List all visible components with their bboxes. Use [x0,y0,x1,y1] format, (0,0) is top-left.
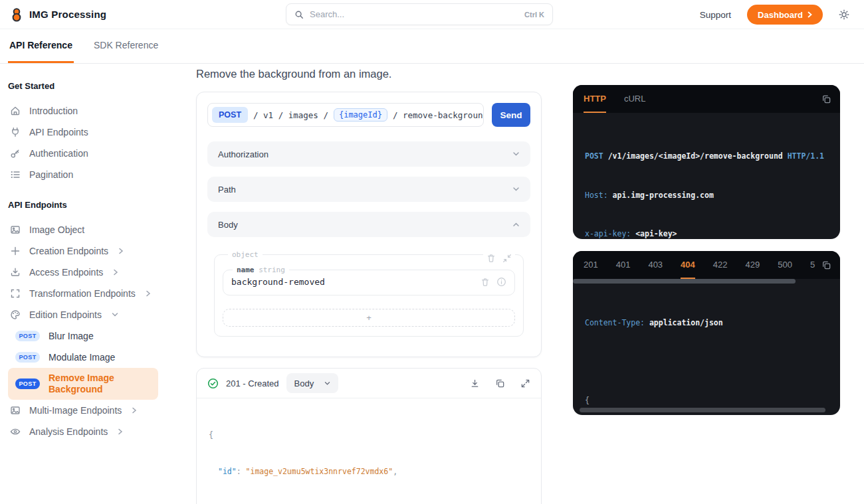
tab-status-429[interactable]: 429 [746,251,760,279]
accordion-path[interactable]: Path [207,177,530,202]
support-link[interactable]: Support [700,10,731,20]
sidebar-item-label: Analysis Endpoints [29,426,108,437]
tab-curl[interactable]: cURL [624,85,646,113]
accordion-label: Path [218,185,236,195]
sidebar-item-blur-image[interactable]: POST Blur Image [8,325,177,347]
sidebar-item-label: Introduction [29,106,78,116]
tab-http[interactable]: HTTP [584,85,606,113]
tab-status-404[interactable]: 404 [681,251,695,279]
sidebar-item-introduction[interactable]: Introduction [8,100,177,122]
sidebar-item-access-endpoints[interactable]: Access Endpoints [8,262,177,283]
search-icon [294,10,304,19]
list-icon [10,169,21,180]
brand-name: IMG Processing [29,9,106,20]
chevron-right-icon [808,11,812,18]
tabs-scrollbar [573,279,840,284]
chevron-right-icon [118,428,123,435]
tab-status-401[interactable]: 401 [616,251,631,279]
sidebar-section-api-endpoints: API Endpoints [8,200,177,210]
tab-sdk-reference[interactable]: SDK Reference [92,29,160,63]
copy-code-icon[interactable] [816,251,831,279]
object-type-label: object [228,250,263,259]
top-header: IMG Processing Ctrl K Support Dashboard [0,0,864,29]
theme-toggle-sun-icon[interactable] [839,9,849,20]
field-type-label: string [259,266,285,274]
tabs-scrollbar-thumb[interactable] [573,279,796,284]
search-input[interactable] [310,9,518,19]
api-playground: POST / v1 / images / {imageId} / remove-… [196,92,542,357]
response-view-label: Body [294,378,314,388]
sidebar-item-label: Edition Endpoints [29,309,102,320]
add-property-button[interactable]: + [223,309,515,327]
response-view-selector[interactable]: Body [286,373,339,393]
collapse-object-icon[interactable] [502,254,512,263]
sidebar-item-label: Modulate Image [49,352,115,363]
name-field-value[interactable]: background-removed [231,277,325,287]
main-content: Remove the background from an image. POS… [196,64,542,504]
accordion-authorization[interactable]: Authorization [207,141,530,167]
tab-status-504-partial[interactable]: 5 [810,251,815,279]
sidebar-item-creation-endpoints[interactable]: Creation Endpoints [8,240,177,262]
image-id-param-chip[interactable]: {imageId} [334,108,387,122]
chevron-right-icon [113,269,118,276]
sidebar-item-pagination[interactable]: Pagination [8,164,177,185]
request-path-suffix: / remove-background [393,110,484,120]
tab-status-201[interactable]: 201 [584,251,598,279]
request-example-block: HTTP cURL POST /v1/images/<imageId>/remo… [573,85,840,239]
chevron-down-icon [112,312,118,317]
sidebar-item-label: API Endpoints [29,127,88,137]
code-horizontal-scrollbar[interactable] [580,408,825,412]
method-badge: POST [212,107,248,123]
tab-status-422[interactable]: 422 [713,251,728,279]
post-method-badge: POST [15,331,40,341]
name-field-editor: name string background-removed [223,266,515,295]
image-icon [10,224,21,235]
tab-api-reference[interactable]: API Reference [8,29,74,63]
copy-response-icon[interactable] [495,378,505,388]
copy-code-icon[interactable] [816,85,831,113]
http-request-code: POST /v1/images/<imageId>/remove-backgro… [573,113,840,239]
accordion-body[interactable]: Body [207,212,530,237]
code-examples-panel: HTTP cURL POST /v1/images/<imageId>/remo… [573,85,840,415]
download-response-icon[interactable] [470,378,480,388]
sidebar-item-modulate-image[interactable]: POST Modulate Image [8,347,177,368]
sidebar-item-edition-endpoints[interactable]: Edition Endpoints [8,304,177,325]
response-status: 201 - Created [226,378,279,388]
sidebar-item-analysis-endpoints[interactable]: Analysis Endpoints [8,421,177,442]
eye-icon [10,426,21,437]
json-brace: { [209,429,529,441]
sidebar-item-label: Multi-Image Endpoints [29,405,122,416]
expand-response-icon[interactable] [520,378,530,388]
sidebar-item-remove-image-background[interactable]: POST Remove Image Background [8,368,158,400]
response-card: 201 - Created Body { "id": "image_v2umu5… [196,368,542,504]
tab-status-403[interactable]: 403 [648,251,663,279]
json-row: "id": "image_v2umu5wtix3nnrvef72vmdx6", [209,465,529,477]
sidebar-item-label: Transformation Endpoints [29,288,136,299]
sidebar-item-image-object[interactable]: Image Object [8,219,177,240]
reference-tabbar: API Reference SDK Reference [0,29,864,64]
delete-object-icon[interactable] [486,254,496,263]
sidebar-item-label: Creation Endpoints [29,246,108,256]
sidebar: Get Started Introduction API Endpoints A… [0,64,186,442]
accordion-label: Authorization [218,149,269,159]
response-example-block: 201 401 403 404 422 429 500 5 Content-Ty… [573,251,840,415]
brand-logo-icon [9,7,24,22]
delete-field-icon[interactable] [481,278,490,287]
send-button[interactable]: Send [492,103,530,127]
sidebar-item-authentication[interactable]: Authentication [8,143,177,164]
dashboard-button[interactable]: Dashboard [747,5,823,25]
request-url-bar: POST / v1 / images / {imageId} / remove-… [207,103,484,127]
json-row: "name": "background-removed", [209,502,529,504]
sidebar-item-label: Access Endpoints [29,267,103,278]
sidebar-item-multi-image-endpoints[interactable]: Multi-Image Endpoints [8,400,177,421]
success-check-icon [207,378,219,389]
brand: IMG Processing [9,7,106,22]
plus-icon [10,246,21,256]
search-box[interactable]: Ctrl K [286,3,553,25]
sidebar-item-api-endpoints[interactable]: API Endpoints [8,122,177,143]
chevron-down-icon [512,151,520,157]
sidebar-item-transformation-endpoints[interactable]: Transformation Endpoints [8,283,177,304]
field-info-icon[interactable] [496,277,506,287]
sidebar-item-label: Remove Image Background [49,373,142,395]
tab-status-500[interactable]: 500 [778,251,792,279]
